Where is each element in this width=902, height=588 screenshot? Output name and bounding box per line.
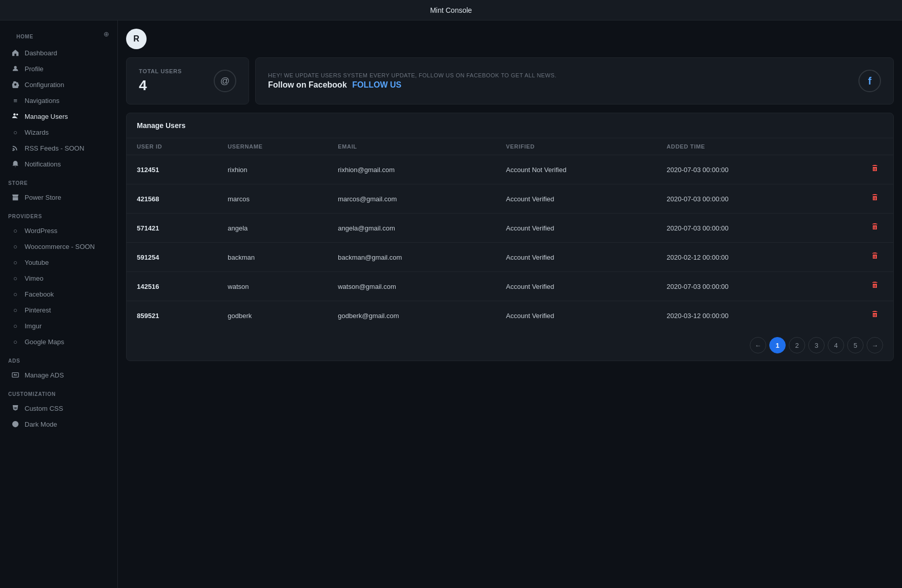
sidebar-manage-users-label: Manage Users — [25, 113, 68, 120]
cell-username: godberk — [217, 301, 327, 330]
banner-card: HEY! WE UPDATE USERS SYSTEM EVERY UPDATE… — [255, 57, 894, 104]
cell-verified: Account Verified — [496, 184, 656, 214]
delete-button[interactable] — [867, 192, 883, 206]
store-icon — [11, 193, 19, 201]
cell-added-time: 2020-07-03 00:00:00 — [657, 214, 820, 243]
home-icon — [11, 49, 19, 57]
svg-point-0 — [14, 66, 16, 69]
cell-added-time: 2020-03-12 00:00:00 — [657, 301, 820, 330]
sidebar-item-google-maps[interactable]: ○ Google Maps — [3, 334, 114, 349]
wordpress-icon: ○ — [11, 226, 19, 235]
sidebar-wordpress-label: WordPress — [25, 227, 57, 235]
sidebar-pinterest-label: Pinterest — [25, 306, 51, 314]
banner-small-text: HEY! WE UPDATE USERS SYSTEM EVERY UPDATE… — [268, 72, 557, 78]
sidebar-item-youtube[interactable]: ○ Youtube — [3, 255, 114, 270]
sidebar-power-store-label: Power Store — [25, 194, 61, 201]
delete-button[interactable] — [867, 308, 883, 323]
pagination-page-4[interactable]: 4 — [828, 337, 844, 353]
pinterest-icon: ○ — [11, 306, 19, 314]
pagination-page-3[interactable]: 3 — [808, 337, 825, 353]
cell-delete — [820, 155, 893, 184]
sidebar-item-wizards[interactable]: ○ Wizards — [3, 124, 114, 140]
sidebar-item-manage-ads[interactable]: Manage ADS — [3, 367, 114, 383]
sidebar-item-dark-mode[interactable]: Dark Mode — [3, 416, 114, 432]
delete-button[interactable] — [867, 279, 883, 293]
sidebar-item-vimeo[interactable]: ○ Vimeo — [3, 270, 114, 286]
cell-email: marcos@gmail.com — [327, 184, 496, 214]
cell-verified: Account Verified — [496, 214, 656, 243]
pagination-page-2[interactable]: 2 — [789, 337, 805, 353]
cell-userid: 312451 — [127, 155, 217, 184]
sidebar-item-manage-users[interactable]: Manage Users — [3, 109, 114, 124]
table-row: 571421 angela angela@gmail.com Account V… — [127, 214, 893, 243]
sidebar-youtube-label: Youtube — [25, 259, 49, 266]
cell-username: angela — [217, 214, 327, 243]
cell-added-time: 2020-07-03 00:00:00 — [657, 155, 820, 184]
table-row: 142516 watson watson@gmail.com Account V… — [127, 272, 893, 301]
sidebar-item-wordpress[interactable]: ○ WordPress — [3, 223, 114, 238]
wizards-icon: ○ — [11, 128, 19, 136]
stats-banner-row: TOTAL USERS 4 @ HEY! WE UPDATE USERS SYS… — [126, 57, 894, 104]
delete-button[interactable] — [867, 250, 883, 264]
pagination-page-5[interactable]: 5 — [847, 337, 864, 353]
sidebar-item-profile[interactable]: Profile — [3, 61, 114, 76]
cell-email: backman@gmail.com — [327, 243, 496, 272]
delete-button[interactable] — [867, 162, 883, 177]
maps-icon: ○ — [11, 338, 19, 346]
cell-userid: 859521 — [127, 301, 217, 330]
delete-button[interactable] — [867, 221, 883, 235]
pagination-next[interactable]: → — [867, 337, 883, 353]
sidebar-item-facebook[interactable]: ○ Facebook — [3, 286, 114, 302]
sidebar-facebook-label: Facebook — [25, 290, 54, 298]
cell-delete — [820, 184, 893, 214]
facebook-banner-icon: f — [858, 70, 881, 92]
table-row: 859521 godberk godberk@gmail.com Account… — [127, 301, 893, 330]
sidebar-item-pinterest[interactable]: ○ Pinterest — [3, 302, 114, 318]
sidebar-profile-label: Profile — [25, 65, 44, 73]
add-icon[interactable]: ⊕ — [104, 30, 109, 38]
sidebar-item-custom-css[interactable]: Custom CSS — [3, 401, 114, 416]
sidebar-woocommerce-label: Woocommerce - SOON — [25, 243, 95, 250]
cell-username: watson — [217, 272, 327, 301]
pagination-page-1[interactable]: 1 — [769, 337, 786, 353]
sidebar-providers-label: PROVIDERS — [0, 205, 117, 222]
sidebar-custom-label: CUSTOMIZATION — [0, 383, 117, 400]
col-userid: USER ID — [127, 138, 217, 155]
pagination-prev[interactable]: ← — [750, 337, 766, 353]
cell-userid: 571421 — [127, 214, 217, 243]
table-row: 421568 marcos marcos@gmail.com Account V… — [127, 184, 893, 214]
sidebar: HOME ⊕ Dashboard Profile Configuration ≡… — [0, 20, 118, 588]
sidebar-imgur-label: Imgur — [25, 322, 42, 330]
table-section-title: Manage Users — [127, 113, 893, 138]
banner-link[interactable]: FOLLOW US — [352, 80, 401, 89]
table-row: 312451 rixhion rixhion@gmail.com Account… — [127, 155, 893, 184]
users-icon — [11, 112, 19, 120]
sidebar-item-navigations[interactable]: ≡ Navigations — [3, 93, 114, 108]
sidebar-item-woocommerce[interactable]: ○ Woocommerce - SOON — [3, 239, 114, 254]
sidebar-item-notifications[interactable]: Notifications — [3, 156, 114, 172]
app-title: Mint Console — [430, 6, 472, 14]
cell-added-time: 2020-07-03 00:00:00 — [657, 184, 820, 214]
col-added-time: ADDED TIME — [657, 138, 820, 155]
pagination: ← 1 2 3 4 5 → — [127, 330, 893, 361]
top-bar: Mint Console — [0, 0, 902, 20]
table-row: 591254 backman backman@gmail.com Account… — [127, 243, 893, 272]
col-email: EMAIL — [327, 138, 496, 155]
sidebar-item-power-store[interactable]: Power Store — [3, 190, 114, 205]
cell-email: rixhion@gmail.com — [327, 155, 496, 184]
sidebar-item-imgur[interactable]: ○ Imgur — [3, 318, 114, 333]
imgur-icon: ○ — [11, 322, 19, 330]
col-actions — [820, 138, 893, 155]
avatar-row: R — [126, 29, 894, 49]
sidebar-item-rss-feeds[interactable]: RSS Feeds - SOON — [3, 140, 114, 156]
svg-point-3 — [12, 150, 14, 151]
sidebar-item-configuration[interactable]: Configuration — [3, 77, 114, 92]
cell-username: marcos — [217, 184, 327, 214]
sidebar-maps-label: Google Maps — [25, 338, 64, 346]
users-table-body: 312451 rixhion rixhion@gmail.com Account… — [127, 155, 893, 330]
sidebar-item-dashboard[interactable]: Dashboard — [3, 45, 114, 60]
cell-userid: 142516 — [127, 272, 217, 301]
cell-verified: Account Verified — [496, 243, 656, 272]
total-users-card: TOTAL USERS 4 @ — [126, 57, 249, 104]
users-table: USER ID USERNAME EMAIL VERIFIED ADDED TI… — [127, 138, 893, 330]
